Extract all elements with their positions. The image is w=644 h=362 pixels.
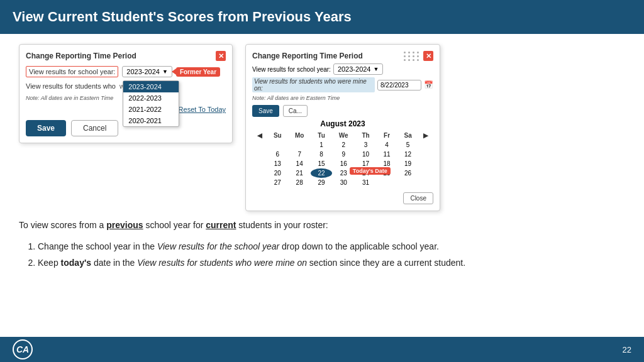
- year-option-2[interactable]: 2022-2023: [123, 92, 179, 104]
- page-header: View Current Student's Scores from Previ…: [0, 0, 644, 34]
- cal-th-th: Th: [355, 131, 377, 140]
- school-year-label: View results for school year:: [26, 66, 118, 77]
- dropdown-arrow: ▼: [162, 69, 168, 75]
- cal-spacer: [252, 159, 267, 168]
- cal-day[interactable]: 20: [267, 168, 289, 178]
- cal-week-5: 27 28 29 30 31: [252, 178, 433, 187]
- cal-students-row: View results for students who were mine …: [252, 77, 433, 92]
- cal-th-prev[interactable]: ◀: [252, 131, 267, 140]
- cal-day: [376, 178, 397, 187]
- students-label-left: View results for students who: [26, 82, 116, 90]
- cal-th-su: Su: [267, 131, 289, 140]
- cal-school-year-row: View results for school year: 2023-2024 …: [252, 63, 433, 75]
- cal-day[interactable]: 10: [355, 150, 377, 159]
- cal-week-4: 20 21 22 23 Today's Date 24 25 26: [252, 168, 433, 178]
- cal-days-header: ◀ Su Mo Tu We Th Fr Sa ▶: [252, 131, 433, 140]
- ca-logo: CA: [13, 339, 33, 359]
- cal-day[interactable]: 8: [311, 150, 332, 159]
- dialog-title-left: Change Reporting Time Period: [26, 52, 136, 60]
- main-content: Change Reporting Time Period ✕ View resu…: [0, 34, 644, 282]
- year-option-1[interactable]: 2023-2024: [123, 81, 179, 92]
- cal-th-mo: Mo: [288, 131, 311, 140]
- cal-spacer: [252, 178, 267, 187]
- cal-day[interactable]: 6: [267, 150, 289, 159]
- cancel-button-left[interactable]: Cancel: [71, 120, 118, 136]
- cal-spacer: [418, 159, 433, 168]
- cal-th-tu: Tu: [311, 131, 332, 140]
- page-title: View Current Student's Scores from Previ…: [13, 9, 352, 25]
- cal-spacer: [418, 140, 433, 150]
- cal-day[interactable]: 30: [332, 178, 355, 187]
- cal-day[interactable]: 26: [397, 168, 419, 178]
- cal-selected-year: 2023-2024: [338, 65, 371, 73]
- page-footer: CA 22: [0, 337, 644, 362]
- close-button-right[interactable]: ✕: [423, 51, 433, 61]
- intro-text: To view scores from a previous school ye…: [19, 219, 625, 232]
- cal-close-button[interactable]: Close: [403, 192, 433, 204]
- cal-week-2: 6 7 8 9 10 11 12: [252, 150, 433, 159]
- cal-week-1: 1 2 3 4 5: [252, 140, 433, 150]
- reset-to-today-link[interactable]: Reset To Today: [179, 106, 226, 113]
- cal-cancel-button[interactable]: Ca...: [283, 105, 308, 117]
- cal-day[interactable]: 3: [355, 140, 377, 150]
- cal-day[interactable]: 4: [376, 140, 397, 150]
- cal-day[interactable]: 29: [311, 178, 332, 187]
- cal-day[interactable]: 7: [288, 150, 311, 159]
- cal-day[interactable]: 28: [288, 178, 311, 187]
- cal-day[interactable]: 12: [397, 150, 419, 159]
- cal-day[interactable]: 23 Today's Date: [332, 168, 355, 178]
- cal-month-title: August 2023: [252, 119, 433, 128]
- cal-prev-icon: [252, 140, 267, 150]
- close-button-left[interactable]: ✕: [216, 51, 226, 61]
- cal-day[interactable]: 14: [288, 159, 311, 168]
- cal-day[interactable]: 1: [311, 140, 332, 150]
- cal-day[interactable]: 19: [397, 159, 419, 168]
- cal-day[interactable]: 5: [397, 140, 419, 150]
- cal-week-3: 13 14 15 16 17 18 19: [252, 159, 433, 168]
- year-option-4[interactable]: 2020-2021: [123, 115, 179, 126]
- cal-th-we: We: [332, 131, 355, 140]
- year-dropdown[interactable]: 2023-2024 ▼ 2023-2024 2022-2023 2021-202…: [122, 66, 172, 77]
- selected-year-text: 2023-2024: [126, 68, 160, 75]
- year-option-3[interactable]: 2021-2022: [123, 104, 179, 115]
- page-number: 22: [623, 345, 631, 354]
- cal-day: [397, 178, 419, 187]
- instruction-step-2: Keep today's date in the View results fo…: [38, 256, 625, 271]
- cal-date-input[interactable]: [377, 80, 421, 90]
- cal-day[interactable]: 9: [332, 150, 355, 159]
- cal-dropdown-arrow: ▼: [373, 66, 379, 72]
- cal-students-label: View results for students who were mine …: [252, 77, 375, 92]
- dialog-left: Change Reporting Time Period ✕ View resu…: [19, 44, 233, 143]
- save-button-left[interactable]: Save: [26, 120, 66, 136]
- cal-header-row: Change Reporting Time Period ✕: [252, 51, 433, 61]
- cal-day[interactable]: 31: [355, 178, 377, 187]
- cal-day[interactable]: 2: [332, 140, 355, 150]
- cal-day[interactable]: [288, 140, 311, 150]
- cal-note: Note: All dates are in Eastern Time: [252, 95, 433, 101]
- screenshots-row: Change Reporting Time Period ✕ View resu…: [19, 44, 625, 211]
- cal-day[interactable]: 13: [267, 159, 289, 168]
- former-year-label: Former Year: [176, 67, 220, 77]
- cal-spacer: [418, 150, 433, 159]
- cal-day[interactable]: 27: [267, 178, 289, 187]
- cal-th-next[interactable]: ▶: [418, 131, 433, 140]
- cal-spacer: [252, 168, 267, 178]
- cal-body: 1 2 3 4 5 6 7 8 9 10 11: [252, 140, 433, 187]
- cal-today-cell[interactable]: 22: [311, 168, 332, 178]
- dots-grid: [404, 52, 419, 61]
- cal-day[interactable]: 15: [311, 159, 332, 168]
- cal-action-row: Save Ca...: [252, 105, 433, 117]
- dialog-title-bar-left: Change Reporting Time Period ✕: [26, 51, 226, 61]
- instruction-step-1: Change the school year in the View resul…: [38, 239, 625, 255]
- cal-school-year-label: View results for school year:: [252, 66, 331, 73]
- cal-spacer: [418, 168, 433, 178]
- year-dropdown-menu: 2023-2024 2022-2023 2021-2022 2020-2021: [123, 80, 179, 127]
- cal-day[interactable]: 21: [288, 168, 311, 178]
- cal-calendar-icon[interactable]: 📅: [424, 80, 433, 89]
- cal-year-dropdown[interactable]: 2023-2024 ▼: [333, 63, 384, 75]
- dialog-title-right: Change Reporting Time Period: [252, 52, 363, 60]
- cal-day[interactable]: [267, 140, 289, 150]
- cal-day[interactable]: 11: [376, 150, 397, 159]
- cal-spacer: [252, 150, 267, 159]
- cal-save-button[interactable]: Save: [252, 105, 279, 117]
